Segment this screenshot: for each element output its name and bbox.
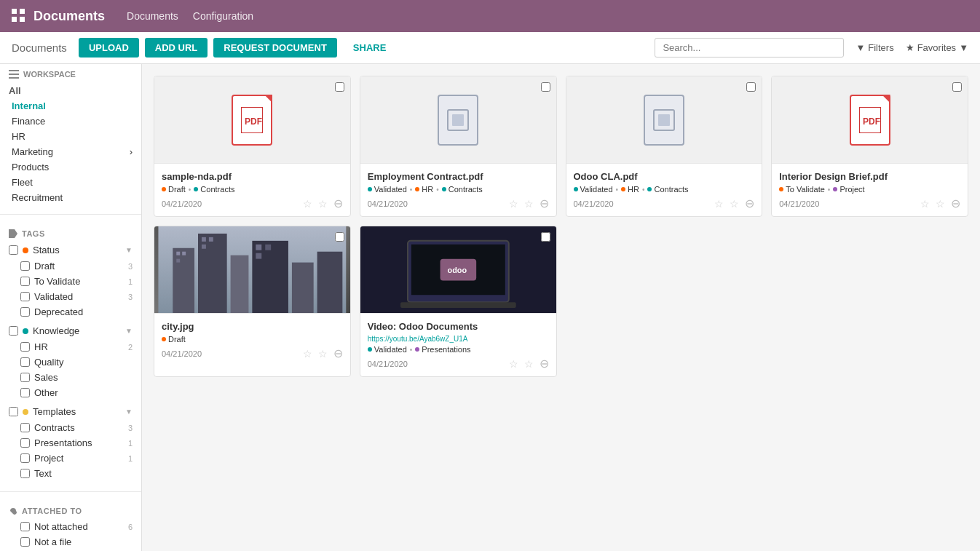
doc4-tag-project: Project — [833, 185, 864, 194]
not-attached-checkbox[interactable] — [20, 522, 30, 531]
tag-bullet — [368, 187, 372, 191]
tag-item-presentations[interactable]: Presentations 1 — [0, 435, 141, 451]
doc6-tag-validated: Validated — [368, 345, 407, 354]
workspace-item-fleet[interactable]: Fleet — [12, 175, 133, 190]
workspace-item-products[interactable]: Products — [12, 159, 133, 175]
doc3-more[interactable]: ⊖ — [745, 197, 754, 210]
doc6-star[interactable]: ☆ — [509, 358, 518, 370]
svg-rect-24 — [182, 252, 186, 255]
doc3-checkbox[interactable] — [746, 82, 756, 92]
tag-draft-checkbox[interactable] — [20, 261, 30, 271]
tag-item-contracts[interactable]: Contracts 3 — [0, 420, 141, 435]
tag-group-knowledge-header[interactable]: Knowledge ▼ — [0, 322, 141, 339]
filters-button[interactable]: ▼ Filters — [855, 42, 893, 53]
favorites-button[interactable]: ★ Favorites ▼ — [906, 42, 968, 53]
tag-group-templates-header[interactable]: Templates ▼ — [0, 403, 141, 420]
doc-card-odoo-cla[interactable]: Odoo CLA.pdf Validated • HR • — [566, 76, 763, 217]
doc3-star[interactable]: ☆ — [714, 198, 724, 210]
add-url-button[interactable]: ADD URL — [145, 38, 208, 58]
doc-card-interior-design[interactable]: PDF Interior Design Brief.pdf To Validat… — [771, 76, 968, 217]
svg-text:PDF: PDF — [245, 116, 262, 127]
doc1-more[interactable]: ⊖ — [333, 197, 343, 210]
doc2-checkbox[interactable] — [541, 82, 550, 92]
doc5-star2[interactable]: ☆ — [318, 348, 328, 360]
doc1-checkbox[interactable] — [335, 82, 344, 92]
tag-quality-checkbox[interactable] — [20, 357, 30, 367]
doc2-star[interactable]: ☆ — [509, 198, 518, 210]
doc1-star2[interactable]: ☆ — [318, 198, 328, 210]
nav-configuration[interactable]: Configuration — [193, 10, 253, 22]
workspace-item-finance[interactable]: Finance — [12, 114, 133, 129]
svg-rect-13 — [658, 114, 670, 126]
doc-card-sample-nda[interactable]: PDF sample-nda.pdf Draft • — [154, 76, 351, 217]
tag-item-other[interactable]: Other — [0, 385, 141, 400]
grid-menu-icon[interactable] — [12, 9, 25, 24]
workspace-all[interactable]: All — [9, 83, 133, 98]
doc3-date: 04/21/2020 ☆ ☆ ⊖ — [574, 197, 755, 210]
doc1-star[interactable]: ☆ — [303, 198, 312, 210]
tag-group-status-checkbox[interactable] — [9, 245, 18, 255]
collapse-icon-knowledge[interactable]: ▼ — [125, 327, 133, 335]
tag-item-to-validate[interactable]: To Validate 1 — [0, 274, 141, 289]
tag-text-checkbox[interactable] — [20, 469, 30, 478]
tag-item-text[interactable]: Text — [0, 466, 141, 481]
doc2-more[interactable]: ⊖ — [540, 197, 549, 210]
doc-card-city-jpg[interactable]: city.jpg Draft 04/21/2020 ☆ ☆ ⊖ — [154, 226, 351, 377]
tag-group-templates-checkbox[interactable] — [9, 407, 18, 416]
doc2-tag-contracts: Contracts — [442, 185, 483, 194]
tag-item-sales[interactable]: Sales — [0, 370, 141, 385]
not-a-file-checkbox[interactable] — [20, 537, 30, 547]
city-image — [154, 226, 350, 313]
tag-presentations-checkbox[interactable] — [20, 438, 30, 448]
collapse-icon-templates[interactable]: ▼ — [125, 408, 133, 416]
tag-hr-checkbox[interactable] — [20, 342, 30, 352]
tag-item-deprecated[interactable]: Deprecated — [0, 304, 141, 320]
doc4-checkbox[interactable] — [952, 82, 962, 92]
tag-item-hr[interactable]: HR 2 — [0, 339, 141, 354]
doc5-checkbox[interactable] — [335, 232, 344, 242]
tag-to-validate-checkbox[interactable] — [20, 277, 30, 286]
search-input[interactable] — [655, 38, 844, 58]
tag-validated-checkbox[interactable] — [20, 292, 30, 301]
doc6-checkbox[interactable] — [541, 232, 550, 242]
request-document-button[interactable]: REQUEST DOCUMENT — [213, 38, 337, 58]
tag-item-project[interactable]: Project 1 — [0, 451, 141, 466]
doc-card-video-odoo[interactable]: odoo Video: Odoo Documents https://youtu… — [360, 226, 557, 377]
tag-project-checkbox[interactable] — [20, 453, 30, 463]
doc4-more[interactable]: ⊖ — [951, 197, 960, 210]
workspace-item-internal[interactable]: Internal — [12, 98, 133, 114]
tag-item-quality[interactable]: Quality — [0, 354, 141, 370]
attached-item-not-a-file[interactable]: Not a file — [0, 534, 141, 550]
doc2-star2[interactable]: ☆ — [524, 198, 534, 210]
doc3-star2[interactable]: ☆ — [730, 198, 739, 210]
workspace-item-recruitment[interactable]: Recruitment — [12, 190, 133, 205]
tag-sales-checkbox[interactable] — [20, 373, 30, 382]
workspace-item-marketing[interactable]: Marketing › — [12, 144, 133, 159]
doc6-tags: Validated • Presentations — [368, 345, 549, 354]
tag-deprecated-checkbox[interactable] — [20, 307, 30, 317]
collapse-icon[interactable]: ▼ — [125, 246, 133, 254]
attached-item-not-attached[interactable]: Not attached 6 — [0, 519, 141, 534]
doc6-star2[interactable]: ☆ — [524, 358, 534, 370]
tag-bullet — [647, 187, 652, 191]
tag-group-status-header[interactable]: Status ▼ — [0, 242, 141, 258]
doc5-more[interactable]: ⊖ — [333, 346, 343, 360]
doc4-star2[interactable]: ☆ — [936, 198, 945, 210]
tag-other-checkbox[interactable] — [20, 388, 30, 397]
doc5-star[interactable]: ☆ — [303, 348, 312, 360]
doc-card-employment-contract[interactable]: Employment Contract.pdf Validated • HR • — [360, 76, 557, 217]
nav-documents[interactable]: Documents — [127, 10, 178, 22]
doc6-date: 04/21/2020 ☆ ☆ ⊖ — [368, 357, 549, 370]
tag-contracts-checkbox[interactable] — [20, 423, 30, 432]
doc5-info: city.jpg Draft 04/21/2020 ☆ ☆ ⊖ — [154, 314, 350, 366]
share-button[interactable]: SHARE — [343, 38, 397, 58]
tag-item-validated[interactable]: Validated 3 — [0, 289, 141, 304]
tag-item-draft[interactable]: Draft 3 — [0, 258, 141, 274]
tag-group-knowledge-checkbox[interactable] — [9, 326, 18, 336]
doc6-more[interactable]: ⊖ — [540, 357, 549, 370]
svg-rect-4 — [9, 70, 19, 71]
page-title: Documents — [12, 41, 67, 54]
workspace-item-hr[interactable]: HR — [12, 129, 133, 144]
upload-button[interactable]: UPLOAD — [79, 38, 139, 58]
doc4-star[interactable]: ☆ — [920, 198, 930, 210]
